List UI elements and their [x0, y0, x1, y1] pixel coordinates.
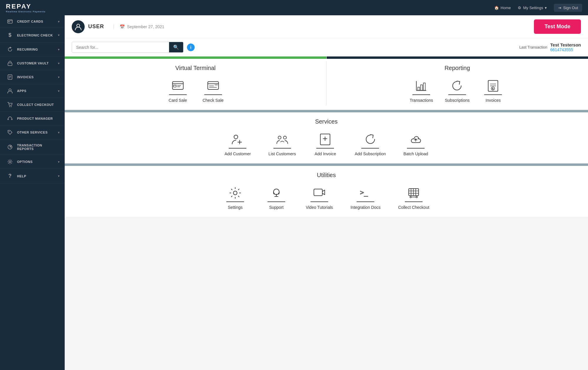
info-icon[interactable]: i	[187, 44, 195, 51]
content-header: USER 📅 September 27, 2021 Test Mode	[65, 15, 588, 38]
svg-point-50	[273, 189, 279, 194]
help-arrow: ▾	[58, 174, 60, 178]
credit-cards-label: Credit Cards	[17, 20, 58, 23]
other-services-arrow: ▾	[58, 131, 60, 134]
svg-text:>_: >_	[360, 189, 368, 196]
sign-out-icon: ⇥	[558, 6, 561, 10]
user-name: USER	[88, 24, 104, 30]
test-mode-button[interactable]: Test Mode	[534, 19, 581, 34]
credit-cards-arrow: ▾	[58, 20, 60, 23]
calendar-icon: 📅	[120, 24, 125, 29]
add-subscription-icon	[361, 131, 379, 149]
sidebar-item-credit-cards[interactable]: Credit Cards ▾	[0, 15, 65, 28]
reporting-panel: Reporting	[327, 56, 588, 110]
subscriptions-item[interactable]: Subscriptions	[445, 77, 470, 103]
invoices-label: Invoices	[17, 75, 58, 79]
check-sale-label: Check Sale	[203, 98, 224, 103]
virtual-terminal-title: Virtual Terminal	[65, 59, 326, 74]
settings-item[interactable]: Settings	[223, 184, 247, 210]
search-input[interactable]	[72, 43, 169, 52]
last-transaction-name: Test Testerson	[550, 42, 581, 47]
integration-docs-item[interactable]: >_ Integration Docs	[350, 184, 380, 210]
search-button[interactable]: 🔍	[169, 42, 183, 52]
services-header-bar	[65, 110, 588, 112]
customer-vault-arrow: ▾	[58, 62, 60, 65]
logo-text: REPAY	[6, 3, 31, 10]
recurring-arrow: ▾	[58, 48, 60, 51]
virtual-terminal-icons: Card Sale	[65, 74, 326, 110]
add-customer-item[interactable]: Add Customer	[225, 131, 251, 156]
svg-rect-32	[421, 85, 422, 90]
gear-icon: ⚙	[518, 6, 521, 10]
list-customers-item[interactable]: List Customers	[268, 131, 296, 156]
sidebar-item-transaction-reports[interactable]: Transaction Reports	[0, 139, 65, 155]
video-tutorials-item[interactable]: Video Tutorials	[306, 184, 333, 210]
nav-right: 🏠 Home ⚙ My Settings ▾ ⇥ Sign Out	[494, 4, 582, 12]
home-icon: 🏠	[494, 6, 499, 10]
settings-icon	[226, 184, 244, 202]
svg-rect-3	[8, 63, 12, 66]
sidebar-item-other-services[interactable]: Other Services ▾	[0, 126, 65, 139]
logo: REPAY Realtime Electronic Payments	[6, 3, 46, 13]
sidebar-item-product-manager[interactable]: Product Manager	[0, 112, 65, 126]
svg-point-49	[233, 191, 237, 195]
svg-text:$: $	[492, 87, 494, 90]
content-area: USER 📅 September 27, 2021 Test Mode 🔍 i …	[65, 15, 588, 370]
settings-link[interactable]: ⚙ My Settings ▾	[518, 6, 547, 10]
services-section: Services Add Customer	[65, 110, 588, 164]
add-subscription-item[interactable]: Add Subscription	[355, 131, 386, 156]
home-link[interactable]: 🏠 Home	[494, 6, 511, 10]
search-bar: 🔍 i Last Transaction Test Testerson 6614…	[65, 38, 588, 56]
sign-out-link[interactable]: ⇥ Sign Out	[554, 4, 582, 12]
dashboard: Virtual Terminal	[65, 56, 588, 370]
svg-point-13	[9, 131, 10, 132]
card-sale-item[interactable]: Card Sale	[166, 77, 190, 103]
last-transaction: Last Transaction Test Testerson 66147435…	[519, 42, 581, 52]
utilities-section: Utilities Settings	[65, 164, 588, 217]
search-input-wrap: 🔍	[72, 42, 183, 53]
utilities-title: Utilities	[65, 166, 588, 181]
batch-upload-icon	[407, 131, 425, 149]
sidebar-item-customer-vault[interactable]: Customer Vault ▾	[0, 56, 65, 70]
svg-rect-11	[8, 119, 9, 120]
list-customers-icon	[273, 131, 291, 149]
help-icon: ?	[5, 173, 15, 179]
services-icons: Add Customer List Custome	[65, 128, 588, 163]
svg-rect-24	[208, 82, 218, 89]
sidebar-item-electronic-check[interactable]: $ Electronic Check ▾	[0, 28, 65, 43]
support-item[interactable]: Support	[265, 184, 288, 210]
sidebar-item-collect-checkout[interactable]: Collect Checkout	[0, 98, 65, 112]
integration-docs-icon: >_	[357, 184, 374, 202]
invoices-reporting-label: Invoices	[486, 98, 501, 103]
batch-upload-item[interactable]: Batch Upload	[403, 131, 428, 156]
svg-point-62	[416, 196, 417, 198]
chart-icon	[5, 144, 15, 150]
transactions-icon	[412, 77, 430, 95]
lock-icon	[5, 61, 15, 66]
support-label: Support	[269, 205, 283, 210]
sidebar-item-options[interactable]: Options ▾	[0, 155, 65, 169]
main-layout: Credit Cards ▾ $ Electronic Check ▾ Recu…	[0, 15, 588, 370]
sidebar: Credit Cards ▾ $ Electronic Check ▾ Recu…	[0, 15, 65, 370]
user-avatar	[72, 20, 85, 33]
user-info: USER 📅 September 27, 2021	[72, 20, 164, 33]
list-customers-label: List Customers	[268, 151, 296, 156]
video-tutorials-label: Video Tutorials	[306, 205, 333, 210]
collect-checkout-utilities-item[interactable]: Collect Checkout	[398, 184, 429, 210]
svg-point-17	[9, 161, 11, 163]
svg-rect-12	[11, 119, 12, 120]
svg-rect-21	[173, 85, 176, 87]
sidebar-item-apps[interactable]: Apps ▾	[0, 84, 65, 98]
sidebar-item-invoices[interactable]: Invoices ▾	[0, 70, 65, 84]
transactions-item[interactable]: Transactions	[410, 77, 433, 103]
add-invoice-item[interactable]: Add Invoice	[313, 131, 337, 156]
check-sale-item[interactable]: Check Sale	[201, 77, 225, 103]
last-transaction-label: Last Transaction	[519, 45, 547, 49]
svg-rect-53	[314, 189, 323, 196]
invoices-reporting-item[interactable]: $ Invoices	[481, 77, 505, 103]
headset-icon	[5, 116, 15, 121]
sidebar-item-help[interactable]: ? Help ▾	[0, 169, 65, 184]
svg-point-18	[77, 24, 80, 27]
svg-rect-31	[418, 87, 420, 90]
sidebar-item-recurring[interactable]: Recurring ▾	[0, 43, 65, 56]
